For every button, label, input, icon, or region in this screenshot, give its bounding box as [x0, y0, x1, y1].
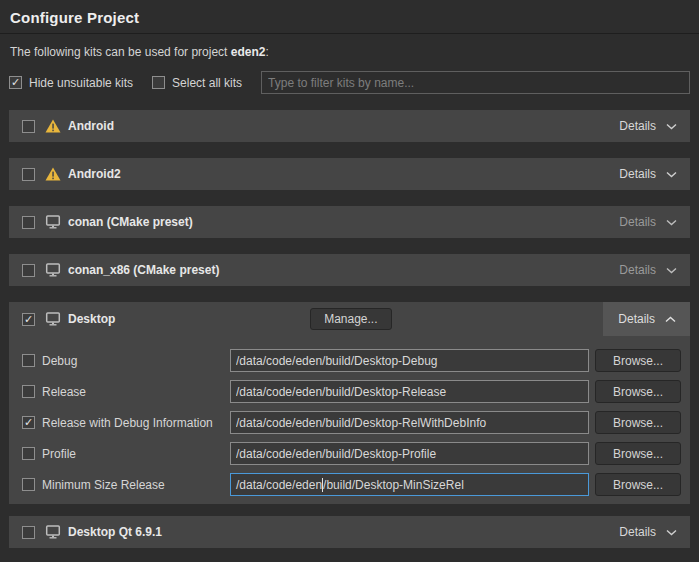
chevron-up-icon — [665, 316, 676, 323]
details-toggle[interactable]: Details — [619, 119, 677, 133]
chevron-down-icon — [666, 171, 677, 178]
select-all-checkbox[interactable] — [152, 76, 165, 89]
browse-button[interactable]: Browse... — [595, 380, 681, 403]
kit-row-conan-x86[interactable]: conan_x86 (CMake preset) Details — [9, 254, 690, 286]
build-dir-input[interactable] — [230, 380, 589, 403]
select-all-kits-option[interactable]: Select all kits — [152, 76, 242, 90]
chevron-down-icon — [666, 123, 677, 130]
config-label: Release with Debug Information — [42, 416, 230, 430]
kit-row-desktop-qt[interactable]: Desktop Qt 6.9.1 Details — [9, 516, 690, 548]
build-config-row-release: Release Browse... — [22, 380, 681, 403]
details-toggle[interactable]: Details — [619, 215, 677, 229]
kit-checkbox[interactable] — [22, 168, 35, 181]
page-title: Configure Project — [10, 9, 689, 26]
build-config-row-relwithdebinfo: Release with Debug Information Browse... — [22, 411, 681, 434]
build-config-list: Debug Browse... Release Browse... Releas… — [9, 336, 690, 496]
configure-project-page: Configure Project The following kits can… — [0, 0, 699, 562]
config-checkbox[interactable] — [22, 354, 35, 367]
kit-checkbox[interactable] — [22, 120, 35, 133]
config-label: Minimum Size Release — [42, 478, 230, 492]
kit-filter-input[interactable] — [261, 71, 690, 94]
kit-row-desktop[interactable]: Desktop Manage... Details — [9, 302, 690, 336]
build-dir-input[interactable] — [230, 411, 589, 434]
desktop-icon — [44, 263, 61, 277]
chevron-down-icon — [666, 267, 677, 274]
kit-name: Desktop Qt 6.9.1 — [68, 525, 162, 539]
details-toggle[interactable]: Details — [619, 263, 677, 277]
build-dir-input[interactable] — [230, 442, 589, 465]
chevron-down-icon — [666, 529, 677, 536]
hide-unsuitable-label: Hide unsuitable kits — [29, 76, 133, 90]
kit-name: Android2 — [68, 167, 121, 181]
browse-button[interactable]: Browse... — [595, 442, 681, 465]
desktop-icon — [44, 312, 61, 326]
kit-checkbox[interactable] — [22, 216, 35, 229]
hide-unsuitable-checkbox[interactable] — [9, 76, 22, 89]
desktop-icon — [44, 525, 61, 539]
config-checkbox[interactable] — [22, 385, 35, 398]
warning-icon — [44, 119, 61, 133]
browse-button[interactable]: Browse... — [595, 411, 681, 434]
manage-button[interactable]: Manage... — [310, 308, 391, 330]
config-checkbox[interactable] — [22, 447, 35, 460]
config-label: Profile — [42, 447, 230, 461]
kit-checkbox[interactable] — [22, 264, 35, 277]
build-config-row-minsizerel: Minimum Size Release /data/code/eden/bui… — [22, 473, 681, 496]
browse-button[interactable]: Browse... — [595, 473, 681, 496]
details-toggle[interactable]: Details — [619, 167, 677, 181]
config-label: Debug — [42, 354, 230, 368]
details-toggle[interactable]: Details — [619, 525, 677, 539]
kit-name: conan (CMake preset) — [68, 215, 193, 229]
details-toggle-expanded[interactable]: Details — [603, 302, 690, 336]
config-checkbox[interactable] — [22, 416, 35, 429]
kit-row-android[interactable]: Android Details — [9, 110, 690, 142]
build-config-row-profile: Profile Browse... — [22, 442, 681, 465]
browse-button[interactable]: Browse... — [595, 349, 681, 372]
chevron-down-icon — [666, 219, 677, 226]
kit-row-android2[interactable]: Android2 Details — [9, 158, 690, 190]
kit-name: Android — [68, 119, 114, 133]
desktop-icon — [44, 215, 61, 229]
config-label: Release — [42, 385, 230, 399]
intro-text: The following kits can be used for proje… — [10, 45, 689, 59]
project-name: eden2 — [231, 45, 266, 59]
kit-name: conan_x86 (CMake preset) — [68, 263, 219, 277]
select-all-label: Select all kits — [172, 76, 242, 90]
kit-name: Desktop — [68, 312, 115, 326]
hide-unsuitable-kits-option[interactable]: Hide unsuitable kits — [9, 76, 133, 90]
warning-icon — [44, 167, 61, 181]
kit-row-conan[interactable]: conan (CMake preset) Details — [9, 206, 690, 238]
build-dir-input[interactable] — [230, 349, 589, 372]
build-config-row-debug: Debug Browse... — [22, 349, 681, 372]
build-dir-input-focused[interactable]: /data/code/eden/build/Desktop-MinSizeRel — [230, 473, 589, 496]
config-checkbox[interactable] — [22, 478, 35, 491]
page-header: Configure Project — [0, 0, 699, 34]
filter-bar: Hide unsuitable kits Select all kits — [9, 71, 690, 94]
kit-checkbox[interactable] — [22, 526, 35, 539]
kit-section-desktop: Desktop Manage... Details Debug Browse..… — [9, 302, 690, 504]
kit-checkbox[interactable] — [22, 313, 35, 326]
